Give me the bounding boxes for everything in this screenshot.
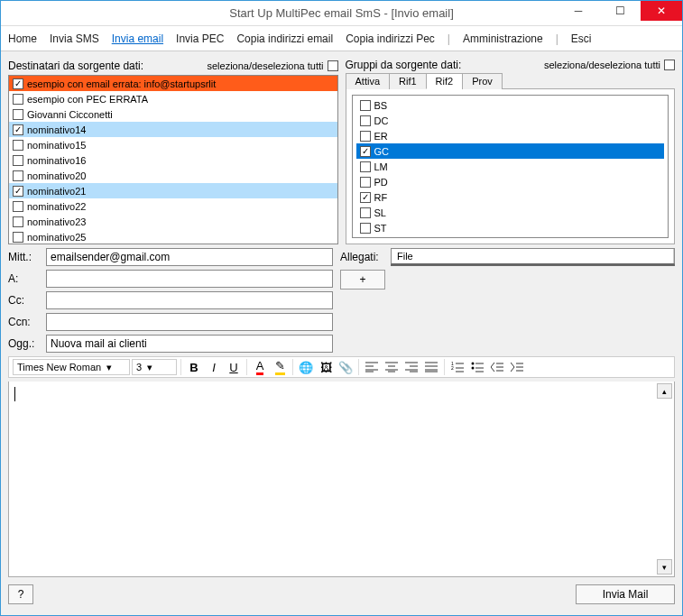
list-item[interactable]: ER xyxy=(356,128,665,143)
list-item[interactable]: RF xyxy=(356,189,665,205)
tab-rif2[interactable]: Rif2 xyxy=(426,73,464,89)
recipients-listbox[interactable]: esempio con email errata: info@startupsr… xyxy=(8,75,338,244)
titlebar: Start Up MultiPec email SmS - [Invio ema… xyxy=(1,1,682,26)
list-item[interactable]: LM xyxy=(356,159,665,174)
item-checkbox[interactable] xyxy=(13,78,23,89)
item-checkbox[interactable] xyxy=(13,109,23,120)
align-right-button[interactable] xyxy=(402,358,420,376)
menu-copia-pec[interactable]: Copia indirizzi Pec xyxy=(346,32,435,45)
list-item[interactable]: SL xyxy=(356,205,665,220)
ogg-field[interactable] xyxy=(46,335,333,353)
email-body-editor[interactable]: ▴ ▾ xyxy=(8,382,675,577)
unordered-list-button[interactable] xyxy=(468,358,486,376)
scroll-down-button[interactable]: ▾ xyxy=(657,559,672,575)
list-item[interactable]: BS xyxy=(356,97,665,113)
item-checkbox[interactable] xyxy=(360,100,371,111)
cc-field[interactable] xyxy=(46,291,333,309)
a-field[interactable] xyxy=(46,270,333,288)
tab-prov[interactable]: Prov xyxy=(462,73,503,89)
list-item[interactable]: nominativo21 xyxy=(9,183,337,198)
outdent-button[interactable] xyxy=(488,358,506,376)
bold-button[interactable]: B xyxy=(185,358,203,376)
item-checkbox[interactable] xyxy=(13,155,23,166)
help-button[interactable]: ? xyxy=(8,584,33,604)
list-item[interactable]: nominativo14 xyxy=(9,122,337,137)
menu-invia-pec[interactable]: Invia PEC xyxy=(176,32,224,45)
scroll-up-button[interactable]: ▴ xyxy=(657,383,672,399)
send-mail-button[interactable]: Invia Mail xyxy=(576,584,675,604)
maximize-button[interactable]: ☐ xyxy=(599,1,641,21)
item-checkbox[interactable] xyxy=(13,124,23,135)
list-item[interactable]: esempio con email errata: info@startupsr… xyxy=(9,76,337,91)
item-label: ER xyxy=(374,131,388,142)
link-icon[interactable]: 🌐 xyxy=(297,358,315,376)
svg-text:2: 2 xyxy=(451,365,454,371)
item-label: esempio con PEC ERRATA xyxy=(27,94,148,105)
list-item[interactable]: DC xyxy=(356,113,665,128)
list-item[interactable]: nominativo20 xyxy=(9,168,337,183)
groups-listbox[interactable]: BSDCERGCLMPDRFSLST xyxy=(352,95,669,238)
tab-attiva[interactable]: Attiva xyxy=(346,73,391,89)
list-item[interactable]: nominativo25 xyxy=(9,229,337,244)
list-item[interactable]: GC xyxy=(356,143,665,159)
size-select[interactable]: 3▾ xyxy=(132,359,177,375)
list-item[interactable]: nominativo22 xyxy=(9,198,337,214)
list-item[interactable]: Giovanni Cicconetti xyxy=(9,106,337,122)
highlight-button[interactable]: ✎ xyxy=(271,358,289,376)
item-checkbox[interactable] xyxy=(360,146,371,157)
list-item[interactable]: nominativo16 xyxy=(9,152,337,168)
item-checkbox[interactable] xyxy=(360,161,371,172)
attachment-icon[interactable]: 📎 xyxy=(337,358,355,376)
minimize-button[interactable]: ─ xyxy=(558,1,599,21)
list-item[interactable]: esempio con PEC ERRATA xyxy=(9,91,337,106)
mitt-field[interactable] xyxy=(46,248,333,266)
align-center-button[interactable] xyxy=(383,358,401,376)
list-item[interactable]: nominativo23 xyxy=(9,214,337,229)
list-item[interactable]: PD xyxy=(356,174,665,189)
attachments-area[interactable] xyxy=(391,264,675,266)
recipients-selectall-checkbox[interactable] xyxy=(328,60,338,71)
align-left-button[interactable] xyxy=(363,358,381,376)
item-checkbox[interactable] xyxy=(13,170,23,181)
menu-separator: | xyxy=(556,32,558,45)
item-checkbox[interactable] xyxy=(360,223,371,234)
menu-home[interactable]: Home xyxy=(8,32,37,45)
ordered-list-button[interactable]: 12 xyxy=(448,358,466,376)
item-checkbox[interactable] xyxy=(13,201,23,212)
mitt-label: Mitt.: xyxy=(8,251,42,263)
menu-amministrazione[interactable]: Amministrazione xyxy=(463,32,543,45)
font-color-button[interactable]: A xyxy=(251,358,269,376)
font-select[interactable]: Times New Roman▾ xyxy=(13,359,130,375)
justify-button[interactable] xyxy=(422,358,440,376)
groups-selectall-checkbox[interactable] xyxy=(664,60,675,70)
item-checkbox[interactable] xyxy=(13,94,23,105)
list-item[interactable]: nominativo15 xyxy=(9,137,337,152)
item-label: esempio con email errata: info@startupsr… xyxy=(27,78,216,89)
image-icon[interactable]: 🖼 xyxy=(317,358,335,376)
item-checkbox[interactable] xyxy=(360,207,371,218)
item-checkbox[interactable] xyxy=(360,177,371,188)
tab-rif1[interactable]: Rif1 xyxy=(389,73,427,89)
item-checkbox[interactable] xyxy=(13,186,23,197)
menu-copia-email[interactable]: Copia indirizzi email xyxy=(236,32,333,45)
add-attachment-button[interactable]: + xyxy=(340,270,385,290)
item-label: nominativo14 xyxy=(27,124,86,135)
italic-button[interactable]: I xyxy=(205,358,223,376)
menubar: Home Invia SMS Invia email Invia PEC Cop… xyxy=(1,26,682,51)
item-checkbox[interactable] xyxy=(13,232,23,243)
item-checkbox[interactable] xyxy=(360,131,371,142)
item-checkbox[interactable] xyxy=(360,192,371,203)
menu-invia-sms[interactable]: Invia SMS xyxy=(50,32,99,45)
chevron-down-icon: ▾ xyxy=(106,362,112,373)
indent-button[interactable] xyxy=(508,358,526,376)
menu-invia-email[interactable]: Invia email xyxy=(112,32,163,45)
a-label: A: xyxy=(8,272,42,285)
item-checkbox[interactable] xyxy=(360,115,371,126)
menu-esci[interactable]: Esci xyxy=(571,32,592,45)
ccn-field[interactable] xyxy=(46,313,333,331)
close-button[interactable]: ✕ xyxy=(641,1,682,21)
underline-button[interactable]: U xyxy=(225,358,243,376)
list-item[interactable]: ST xyxy=(356,220,665,235)
item-checkbox[interactable] xyxy=(13,216,23,227)
item-checkbox[interactable] xyxy=(13,140,23,151)
